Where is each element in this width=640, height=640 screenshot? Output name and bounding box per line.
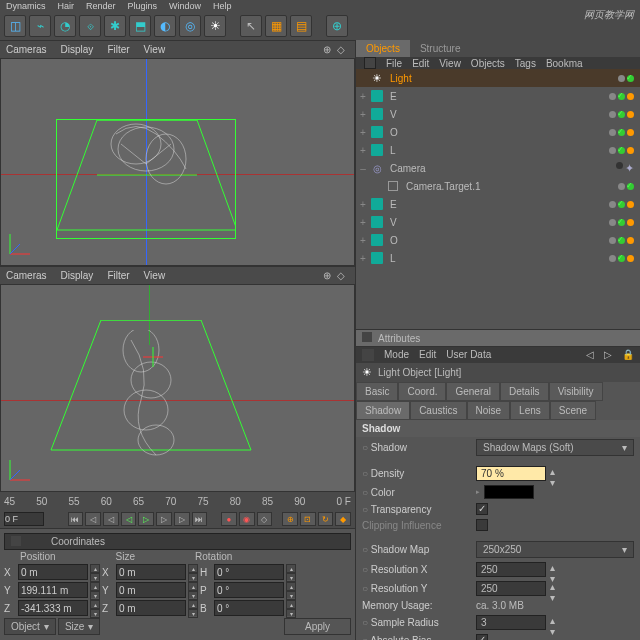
tree-l2[interactable]: +L [356,249,640,267]
om-tags[interactable]: Tags [515,58,536,69]
spinner[interactable]: ▴▾ [188,582,198,598]
light-tool-icon[interactable]: ☀ [204,15,226,37]
menu-window[interactable]: Window [169,1,201,11]
tree-camera[interactable]: –◎Camera✦ [356,159,640,177]
size-y-input[interactable] [116,582,186,598]
tree-e2[interactable]: +E [356,195,640,213]
expand-icon[interactable]: + [358,145,368,156]
tag-dot[interactable] [627,147,634,154]
vp1-cameras[interactable]: Cameras [6,44,47,55]
vp1-filter[interactable]: Filter [107,44,129,55]
size-z-input[interactable] [116,600,186,616]
expand-icon[interactable]: + [358,91,368,102]
spinner[interactable]: ▴▾ [188,564,198,580]
om-objects[interactable]: Objects [471,58,505,69]
next-frame-button[interactable]: ▷ [156,512,172,526]
spinner[interactable]: ▴▾ [550,615,560,630]
atab-lens[interactable]: Lens [510,401,550,420]
nav-fwd-icon[interactable]: ▷ [604,349,612,361]
environment-icon[interactable]: ◐ [154,15,176,37]
expand-icon[interactable]: + [358,199,368,210]
generator-icon[interactable]: ⟐ [79,15,101,37]
layer-dot[interactable] [609,129,616,136]
tag-dot[interactable] [627,219,634,226]
rot-p-input[interactable] [214,582,284,598]
subdivision-icon[interactable]: ◔ [54,15,76,37]
layer-dot[interactable] [616,162,623,169]
tree-v1[interactable]: +V [356,105,640,123]
layer-dot[interactable] [618,183,625,190]
target-tag-icon[interactable]: ✦ [625,162,634,175]
tag-dot[interactable] [627,255,634,262]
prev-frame-button[interactable]: ◁ [103,512,119,526]
layer-dot[interactable] [609,147,616,154]
resy-input[interactable] [476,581,546,596]
atab-visibility[interactable]: Visibility [549,382,603,401]
resx-input[interactable] [476,562,546,577]
tree-e1[interactable]: +E [356,87,640,105]
vp2-cameras[interactable]: Cameras [6,270,47,281]
camera-icon[interactable]: ◎ [179,15,201,37]
menu-hair[interactable]: Hair [58,1,75,11]
atab-general[interactable]: General [446,382,500,401]
spinner[interactable]: ▴▾ [188,600,198,616]
keyframe-sel-button[interactable]: ◇ [257,512,273,526]
spinner[interactable]: ▴▾ [550,562,560,577]
attrs-userdata[interactable]: User Data [446,349,491,361]
shadow-type-dropdown[interactable]: Shadow Maps (Soft)▾ [476,439,634,456]
sample-input[interactable] [476,615,546,630]
rot-h-input[interactable] [214,564,284,580]
clip-checkbox[interactable] [476,519,488,531]
lock-icon[interactable]: 🔒 [622,349,634,361]
om-file[interactable]: File [386,58,402,69]
vp2-nav2-icon[interactable]: ◇ [337,270,349,282]
color-swatch[interactable] [484,485,534,499]
vp1-display[interactable]: Display [61,44,94,55]
menu-plugins[interactable]: Plugins [128,1,158,11]
deformer-icon[interactable]: ⬒ [129,15,151,37]
goto-start-button[interactable]: ⏮ [68,512,84,526]
vis-dot[interactable] [618,93,625,100]
expand-icon[interactable]: + [358,253,368,264]
prev-key-button[interactable]: ◁ [85,512,101,526]
coord-mode-dropdown[interactable]: Object▾ [4,618,56,635]
vis-dot[interactable] [618,147,625,154]
expand-icon[interactable]: + [358,217,368,228]
timeline-ruler[interactable]: 45505560657075808590 0 F [0,492,355,510]
spinner[interactable]: ▴▾ [550,466,560,481]
vis-dot[interactable] [618,111,625,118]
vp2-filter[interactable]: Filter [107,270,129,281]
transparency-checkbox[interactable] [476,503,488,515]
atab-shadow[interactable]: Shadow [356,401,410,420]
spinner[interactable]: ▴▾ [90,582,100,598]
vis-dot[interactable] [618,237,625,244]
move-gizmo[interactable] [143,347,155,359]
spinner[interactable]: ▴▾ [286,600,296,616]
vp2-nav-icon[interactable]: ⊕ [323,270,335,282]
layer-dot[interactable] [609,237,616,244]
tag-dot[interactable] [627,111,634,118]
viewport2[interactable] [0,284,355,492]
spinner[interactable]: ▴▾ [286,564,296,580]
tag-dot[interactable] [627,93,634,100]
tab-objects[interactable]: Objects [356,40,410,57]
absbias-checkbox[interactable] [476,634,488,640]
layer-dot[interactable] [609,111,616,118]
play-back-button[interactable]: ◁ [121,512,137,526]
nav-back-icon[interactable]: ◁ [586,349,594,361]
cursor-icon[interactable]: ↖ [240,15,262,37]
autokey-button[interactable]: ◉ [239,512,255,526]
tag-dot[interactable] [627,129,634,136]
vis-dot[interactable] [627,75,634,82]
spinner[interactable]: ▴▾ [550,581,560,596]
atab-details[interactable]: Details [500,382,549,401]
om-edit[interactable]: Edit [412,58,429,69]
rot-b-input[interactable] [214,600,284,616]
atab-basic[interactable]: Basic [356,382,398,401]
expand-icon[interactable]: + [358,235,368,246]
density-input[interactable] [476,466,546,481]
vp1-nav2-icon[interactable]: ◇ [337,44,349,56]
tag-dot[interactable] [627,201,634,208]
viewport1[interactable] [0,58,355,266]
attrs-mode[interactable]: Mode [384,349,409,361]
